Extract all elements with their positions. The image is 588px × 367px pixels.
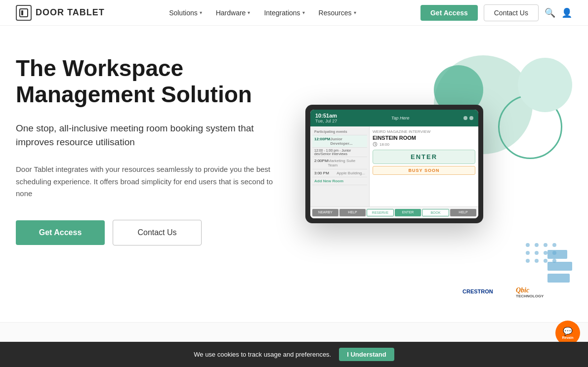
nav-integrations[interactable]: Integrations ▾ xyxy=(264,9,304,17)
cookie-message: We use cookies to track usage and prefer… xyxy=(194,351,331,358)
tablet-book-btn[interactable]: BOOK xyxy=(422,209,449,216)
tablet-add-room: Add New Room xyxy=(312,177,367,185)
tablet-device: 10:51am Tue, Jul 27 Tap Here Participati… xyxy=(305,105,483,223)
hero-section: The Workspace Management Solution One st… xyxy=(0,26,588,322)
hero-body: Door Tablet integrates with your resourc… xyxy=(16,163,283,200)
nav-contact-button[interactable]: Contact Us xyxy=(484,4,539,21)
logo-icon xyxy=(16,5,32,21)
tablet-footer: NEARBY HELP RESERVE ENTER BOOK HELP xyxy=(310,206,478,218)
hero-buttons: Get Access Contact Us xyxy=(16,220,283,245)
user-account-button[interactable]: 👤 xyxy=(561,7,572,18)
hero-title: The Workspace Management Solution xyxy=(16,55,283,108)
tablet-help2-btn[interactable]: HELP xyxy=(450,209,476,216)
cookie-banner: We use cookies to track usage and prefer… xyxy=(0,342,588,367)
tablet-status-busy: BUSY SOON xyxy=(373,166,475,175)
tablet-event-label: WEIRD MAGAZINE INTERVIEW xyxy=(373,129,475,134)
tablet-sidebar-row: 2:00PMMarketing Suite Team xyxy=(312,157,367,169)
tablet-nearby-btn[interactable]: NEARBY xyxy=(312,209,338,216)
nav-solutions[interactable]: Solutions ▾ xyxy=(169,9,202,17)
chevron-down-icon: ▾ xyxy=(302,10,305,15)
nav-actions: Get Access Contact Us 🔍 👤 xyxy=(420,4,572,21)
tablet-room-name: EINSTEIN ROOM xyxy=(373,135,475,141)
tablet-time: 10:51am xyxy=(315,113,337,119)
tablet-btn-dot xyxy=(469,116,473,120)
chevron-down-icon: ▾ xyxy=(354,10,356,15)
crestron-logo: CRESTRON xyxy=(462,283,501,297)
tablet-sidebar-row: 3:00 PMApple Building... xyxy=(312,169,367,177)
tablet-header-label: Tap Here xyxy=(391,116,410,121)
tablet-time-date: 10:51am Tue, Jul 27 xyxy=(315,113,337,123)
user-icon: 👤 xyxy=(561,8,572,18)
tablet-sidebar: Participating events 12:00PMJunior Devel… xyxy=(310,126,370,206)
deco-circle-right xyxy=(518,58,572,112)
cookie-accept-button[interactable]: I Understand xyxy=(339,348,394,361)
hero-subtitle: One stop, all-inclusive meeting room boo… xyxy=(16,122,283,150)
hero-contact-button[interactable]: Contact Us xyxy=(113,220,202,245)
chevron-down-icon: ▾ xyxy=(200,10,202,15)
logo-text: DOOR TABLET xyxy=(36,7,105,18)
hero-visual: 10:51am Tue, Jul 27 Tap Here Participati… xyxy=(295,55,572,302)
svg-text:Qbic: Qbic xyxy=(516,286,530,294)
tablet-content: Participating events 12:00PMJunior Devel… xyxy=(310,126,478,206)
tablet-reserve-btn[interactable]: RESERVE xyxy=(367,209,394,216)
hero-get-access-button[interactable]: Get Access xyxy=(16,220,105,245)
tablet-sidebar-header: Participating events xyxy=(312,128,367,135)
revain-label: Revain xyxy=(562,336,574,339)
navbar: DOOR TABLET Solutions ▾ Hardware ▾ Integ… xyxy=(0,0,588,26)
tablet-btn-dot xyxy=(463,116,467,120)
svg-text:CRESTRON: CRESTRON xyxy=(462,288,493,294)
tablet-help-btn[interactable]: HELP xyxy=(339,209,366,216)
tablet-enter-btn[interactable]: ENTER xyxy=(395,209,421,216)
search-icon: 🔍 xyxy=(545,8,555,18)
tablet-status-enter: ENTER xyxy=(373,150,475,164)
tablet-room-meta: 18:00 xyxy=(373,142,475,147)
nav-resources[interactable]: Resources ▾ xyxy=(319,9,356,17)
tablet-screen: 10:51am Tue, Jul 27 Tap Here Participati… xyxy=(310,110,478,218)
revain-icon: 💬 xyxy=(563,326,573,336)
nav-links: Solutions ▾ Hardware ▾ Integrations ▾ Re… xyxy=(169,9,356,17)
tablet-date: Tue, Jul 27 xyxy=(315,119,337,123)
chevron-down-icon: ▾ xyxy=(248,10,250,15)
tablet-sidebar-row: 12:00PMJunior Developer... xyxy=(312,135,367,148)
tablet-header-controls xyxy=(463,116,473,120)
tablet-header: 10:51am Tue, Jul 27 Tap Here xyxy=(310,110,478,126)
svg-text:TECHNOLOGY: TECHNOLOGY xyxy=(516,294,544,297)
svg-rect-0 xyxy=(20,9,28,17)
nav-get-access-button[interactable]: Get Access xyxy=(420,5,478,21)
tablet-sidebar-detail: 12:00 - 1:00 pm - Junior dev/Senior Inte… xyxy=(312,148,367,157)
search-button[interactable]: 🔍 xyxy=(545,7,555,18)
svg-rect-1 xyxy=(21,10,23,15)
nav-hardware[interactable]: Hardware ▾ xyxy=(216,9,251,17)
hero-content: The Workspace Management Solution One st… xyxy=(16,55,283,245)
logo-link[interactable]: DOOR TABLET xyxy=(16,5,105,21)
qbic-logo: Qbic TECHNOLOGY xyxy=(515,283,564,297)
tablet-main: WEIRD MAGAZINE INTERVIEW EINSTEIN ROOM 1… xyxy=(370,126,478,206)
partner-logos: CRESTRON Qbic TECHNOLOGY xyxy=(454,278,572,302)
